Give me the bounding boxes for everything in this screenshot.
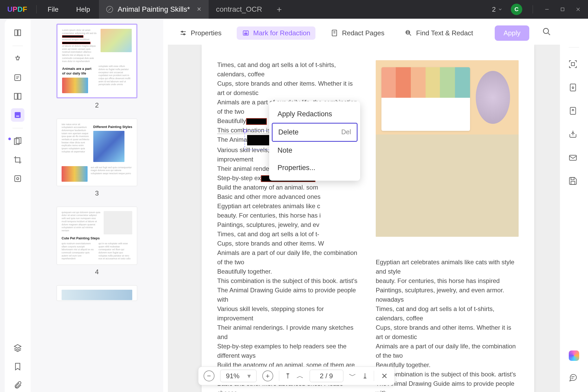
apply-button[interactable]: Apply [495,25,529,41]
page-indicator[interactable]: 2 / 9 [309,370,343,382]
crop-tool-icon[interactable] [11,153,24,167]
export-icon[interactable] [568,106,580,118]
zoom-out-button[interactable]: − [203,370,214,381]
find-text-redact-button[interactable]: Find Text & Redact [399,26,478,40]
ctx-delete[interactable]: DeleteDel [272,123,358,142]
user-avatar[interactable]: C [511,4,522,15]
menu-help[interactable]: Help [67,5,99,13]
redact-tool-icon[interactable] [11,108,24,122]
tab-animal-painting[interactable]: Animal Painting Skills* ✕ [99,0,209,19]
pages-icon [331,29,338,37]
reader-tool-icon[interactable] [11,26,24,39]
ai-assistant-icon[interactable] [569,350,579,361]
properties-button[interactable]: Properties [174,26,227,40]
comment-tool-icon[interactable] [11,52,24,66]
organize-tool-icon[interactable] [11,134,24,148]
chevron-down-icon [498,7,503,12]
redaction-mark-icon [242,29,250,37]
ctx-apply-redactions[interactable]: Apply Redactions [272,105,358,123]
svg-rect-33 [571,181,575,185]
svg-rect-31 [570,155,577,160]
redact-pages-button[interactable]: Redact Pages [325,26,389,40]
document-page: Times, cat and dog art sells a lot of t-… [202,45,534,392]
thumb-number: 3 [57,189,137,197]
svg-rect-4 [15,75,21,81]
ocr-icon[interactable] [568,59,580,71]
layers-icon[interactable] [11,341,24,355]
minimize-button[interactable] [543,6,551,13]
svg-line-24 [409,34,411,36]
convert-icon[interactable] [568,83,580,94]
svg-rect-25 [407,32,409,33]
titlebar: UPDF File Help Animal Painting Skills* ✕… [0,0,588,19]
right-tool-rail [560,19,588,392]
last-page-button[interactable]: ⤓ [362,372,368,380]
first-page-button[interactable]: ⤒ [285,372,291,380]
add-tab-button[interactable]: + [269,4,289,15]
save-icon[interactable] [568,176,580,188]
svg-rect-11 [15,176,21,182]
document-icon [106,6,113,13]
zoom-level-dropdown[interactable]: 91%▾ [220,370,256,382]
left-tool-rail [5,19,31,392]
thumbnail-page-2[interactable]: Lorem ipsum dolor sit amet consectetur a… [57,24,137,98]
redaction-toolbar: Properties Mark for Redaction Redact Pag… [168,24,560,42]
document-image [376,60,519,237]
pages-tool-icon[interactable] [11,90,24,103]
svg-rect-1 [561,8,564,11]
thumb-number: 4 [57,268,137,276]
tab-title: Animal Painting Skills* [118,5,190,13]
email-icon[interactable] [568,153,580,164]
bookmark-icon[interactable] [11,360,24,373]
edit-tool-icon[interactable] [11,71,24,84]
svg-rect-19 [245,33,247,34]
prev-page-button[interactable]: ︿ [296,371,304,381]
chat-icon[interactable] [568,373,580,384]
svg-rect-5 [14,93,17,99]
ctx-note[interactable]: Note [272,142,358,159]
svg-rect-32 [571,178,574,180]
search-redact-icon [405,29,412,37]
mark-for-redaction-button[interactable]: Mark for Redaction [237,26,316,40]
thumbnail-panel[interactable]: Lorem ipsum dolor sit amet consectetur a… [31,19,163,392]
tab-title: contract_OCR [216,5,262,13]
svg-rect-28 [571,63,574,66]
menu-file[interactable]: File [39,5,67,13]
share-icon[interactable] [568,130,580,141]
zoom-in-button[interactable]: + [262,370,273,381]
svg-rect-8 [16,115,19,117]
close-window-button[interactable] [574,6,582,13]
divider [533,5,533,13]
attachment-icon[interactable] [11,379,24,392]
thumbnail-page-5[interactable] [57,285,137,301]
divider [36,5,37,13]
thumbnail-page-3[interactable]: iste natus error sit voluptatem accusant… [57,119,137,186]
sliders-icon [179,29,187,37]
search-button[interactable] [542,27,554,39]
svg-line-27 [548,33,550,35]
tab-contract-ocr[interactable]: contract_OCR [209,0,269,19]
next-page-button[interactable]: ﹀ [349,371,356,381]
redaction-mark[interactable] [246,118,267,125]
svg-point-12 [17,178,19,180]
app-logo: UPDF [7,5,27,13]
svg-rect-6 [18,93,21,99]
document-viewport[interactable]: Times, cat and dog art sells a lot of t-… [168,45,560,392]
close-nav-button[interactable]: ✕ [380,371,389,381]
page-navigation-bar: − 91%▾ + ⤒ ︿ 2 / 9 ﹀ ⤓ ✕ [198,367,395,385]
tab-count-dropdown[interactable]: 2 [492,5,503,13]
form-tool-icon[interactable] [11,172,24,185]
thumbnail-page-4[interactable]: quisquam est qui dolorem ipsum quia dolo… [57,207,137,265]
close-tab-icon[interactable]: ✕ [197,6,201,13]
svg-point-26 [543,28,549,33]
redaction-context-menu: Apply Redactions DeleteDel Note Properti… [269,101,360,181]
page-column-right: Egyptian art celebrates animals like cat… [376,60,519,392]
thumb-number: 2 [57,101,137,109]
maximize-button[interactable] [559,6,566,13]
active-tool-indicator [8,138,11,140]
ctx-properties[interactable]: Properties... [272,159,358,177]
